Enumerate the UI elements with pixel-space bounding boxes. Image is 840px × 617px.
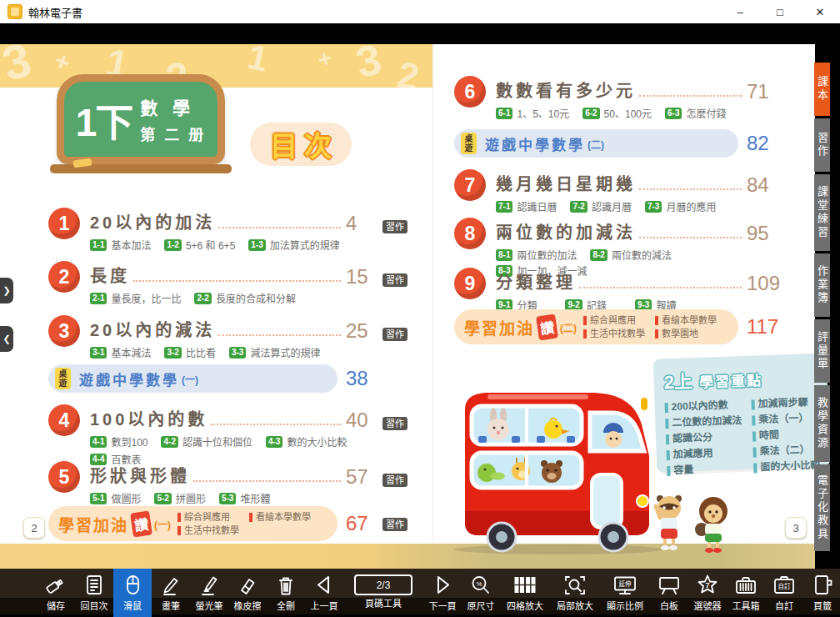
workbook-badge[interactable]: 習作 xyxy=(382,218,412,233)
toc-subentry[interactable]: 6-250、100元 xyxy=(582,106,652,120)
save-button[interactable]: 儲存 xyxy=(37,569,75,617)
toc-entry-chapter-2[interactable]: 2 長度 15 習作 2-1量長度，比一比 2-2長度的合成和分解 xyxy=(48,263,412,307)
original-size-button[interactable]: % 原尺寸 xyxy=(462,569,500,617)
chapter-page: 109 xyxy=(747,273,783,293)
toc-subentry[interactable]: 3-3減法算式的規律 xyxy=(229,345,320,359)
toc-subentry[interactable]: 4-3數的大小比較 xyxy=(266,434,347,449)
toc-entry-chapter-5[interactable]: 5 形狀與形體 57 習作 5-1做圖形 5-2拼圖形 5-3堆形體 xyxy=(48,463,412,507)
toc-subentry[interactable]: 5-3堆形體 xyxy=(219,491,270,505)
workbook-badge[interactable]: 習作 xyxy=(382,472,412,487)
game-banner-title: 遊戲中學數學 xyxy=(485,133,585,154)
chapter-number: 7 xyxy=(454,169,486,201)
delete-all-button[interactable]: 全刪 xyxy=(267,569,305,617)
minimize-button[interactable]: – xyxy=(720,0,760,23)
toc-subentry[interactable]: 7-3月曆的應用 xyxy=(645,199,716,213)
tab-class-practice[interactable]: 課堂練習 xyxy=(814,174,830,251)
highlight-item: 面的大小比較 xyxy=(753,458,821,476)
next-page-button[interactable]: 下一頁 xyxy=(423,569,462,617)
toc-subentry[interactable]: 3-2比比看 xyxy=(164,345,215,359)
close-button[interactable]: ✕ xyxy=(800,0,840,23)
toc-subentry[interactable]: 7-2認識月曆 xyxy=(570,199,631,213)
tab-digital-tools[interactable]: 電子化教具 xyxy=(814,464,830,551)
toc-subentry[interactable]: 5-1做圖形 xyxy=(90,491,141,505)
chapter-title[interactable]: 形狀與形體 xyxy=(90,463,190,487)
boost-page: 117 xyxy=(747,317,783,337)
display-scale-button[interactable]: 延伸 顯示比例 xyxy=(600,569,650,617)
game-banner-1[interactable]: 桌遊 遊戲中學數學 (一) 38 xyxy=(48,364,412,393)
sidebar-expand-arrow[interactable]: ❯ xyxy=(0,278,13,303)
boardgame-tag: 桌遊 xyxy=(55,368,71,389)
chapter-title[interactable]: 100以內的數 xyxy=(90,406,208,430)
cover-grade: 1下 xyxy=(76,92,132,147)
toc-title-text: 目次 xyxy=(263,124,338,164)
highlighter-tool-button[interactable]: 螢光筆 xyxy=(190,569,228,617)
cover-volume: 第 二 册 xyxy=(140,123,206,144)
resource-tabs: 課本 習作 課堂練習 作業簿 評量單 教學資源 電子化教具 xyxy=(814,63,840,554)
toc-subentry[interactable]: 7-1認識日曆 xyxy=(496,199,557,213)
chapter-title[interactable]: 20以內的加法 xyxy=(90,209,215,233)
page-indicator[interactable]: 2/3 xyxy=(354,574,412,595)
toc-subentry[interactable]: 2-2長度的合成和分解 xyxy=(194,291,295,305)
tab-teaching-resources[interactable]: 教學資源 xyxy=(814,385,830,462)
toc-subentry[interactable]: 8-2兩位數的減法 xyxy=(590,248,671,262)
workbook-badge[interactable]: 習作 xyxy=(382,516,412,531)
back-to-toc-button[interactable]: 回目次 xyxy=(75,569,113,617)
toc-subentry[interactable]: 1-3加法算式的規律 xyxy=(248,238,339,252)
workbook-badge[interactable]: 習作 xyxy=(382,326,412,341)
toc-subentry[interactable]: 1-1基本加法 xyxy=(90,238,151,252)
chapter-title[interactable]: 幾月幾日星期幾 xyxy=(496,171,636,195)
tab-workbook[interactable]: 習作 xyxy=(814,118,830,172)
workbook-badge[interactable]: 習作 xyxy=(382,272,412,287)
usb-save-icon xyxy=(43,572,68,598)
boost-title: 學習加油 xyxy=(464,316,534,339)
toc-entry-chapter-1[interactable]: 1 20以內的加法 4 習作 1-1基本加法 1-25+6 和 6+5 1-3加… xyxy=(48,209,412,253)
toc-entry-chapter-4[interactable]: 4 100以內的數 40 習作 4-1數到100 4-2認識十位和個位 4-3數… xyxy=(48,406,412,468)
boost-banner-1[interactable]: 學習加油 讚 (一) 綜合與應用 生活中找數學 看繪本學數學 67 習作 xyxy=(48,506,412,541)
four-grid-zoom-button[interactable]: 四格放大 xyxy=(500,569,550,617)
whiteboard-button[interactable]: 白板 xyxy=(650,569,688,617)
page-number-left: 2 xyxy=(23,517,45,539)
toolbox-button[interactable]: 工具箱 xyxy=(727,569,765,617)
toc-subentry[interactable]: 3-1基本減法 xyxy=(90,345,151,359)
page-number-tool[interactable]: 2/3 頁碼工具 xyxy=(343,569,423,617)
tab-textbook[interactable]: 課本 xyxy=(814,63,830,116)
toc-subentry[interactable]: 5-2拼圖形 xyxy=(154,491,205,505)
chapter-title[interactable]: 20以內的減法 xyxy=(90,317,215,341)
chapter-title[interactable]: 長度 xyxy=(90,263,130,287)
workbook-badge[interactable]: 習作 xyxy=(382,415,412,430)
toc-subentry[interactable]: 1-25+6 和 6+5 xyxy=(164,238,235,252)
custom-button[interactable]: 自訂 自訂 xyxy=(765,569,803,617)
toc-title: 目次 xyxy=(250,123,352,166)
toc-entry-chapter-7[interactable]: 7 幾月幾日星期幾 84 7-1認識日曆 7-2認識月曆 7-3月曆的應用 xyxy=(454,171,783,215)
custom-case-icon: 自訂 xyxy=(772,572,797,598)
boost-banner-2[interactable]: 學習加油 讚 (二) 綜合與應用 生活中找數學 看繪本學數學 數學園地 117 xyxy=(454,309,783,344)
mouse-tool-button[interactable]: 滑鼠 xyxy=(113,569,152,617)
chapter-title[interactable]: 分類整理 xyxy=(496,269,576,293)
sidebar-collapse-arrow[interactable]: ❮ xyxy=(0,326,13,352)
pen-tool-button[interactable]: 畫筆 xyxy=(152,569,190,617)
tab-homework-book[interactable]: 作業簿 xyxy=(814,253,830,317)
tab-assessment-sheet[interactable]: 評量單 xyxy=(814,319,830,383)
chapter-page: 84 xyxy=(747,175,783,195)
eraser-tool-button[interactable]: 橡皮擦 xyxy=(228,569,267,617)
chapter-title[interactable]: 數數看有多少元 xyxy=(496,78,636,102)
toc-subentry[interactable]: 4-2認識十位和個位 xyxy=(161,434,252,449)
game-banner-title: 遊戲中學數學 xyxy=(79,369,179,389)
toc-subentry[interactable]: 6-3怎麼付錢 xyxy=(665,106,726,120)
number-picker-button[interactable]: 7 選號器 xyxy=(688,569,727,617)
toc-entry-chapter-9[interactable]: 9 分類整理 109 9-1分類 9-2記錄 9-3報讀 xyxy=(454,269,783,314)
chapter-title[interactable]: 兩位數的加減法 xyxy=(496,219,636,243)
previous-page-button[interactable]: 上一頁 xyxy=(305,569,343,617)
page-tab-button[interactable]: 頁籤 xyxy=(803,569,840,617)
toc-subentry[interactable]: 6-11、5、10元 xyxy=(496,106,569,120)
toc-entry-chapter-6[interactable]: 6 數數看有多少元 71 6-11、5、10元 6-250、100元 6-3怎麼… xyxy=(454,78,783,122)
dotted-leader xyxy=(639,94,742,97)
toc-entry-chapter-3[interactable]: 3 20以內的減法 25 習作 3-1基本減法 3-2比比看 3-3減法算式的規… xyxy=(48,317,412,361)
toc-subentry[interactable]: 2-1量長度，比一比 xyxy=(90,291,181,305)
toc-subentry[interactable]: 8-1兩位數的加法 xyxy=(496,248,577,262)
maximize-button[interactable]: □ xyxy=(760,0,800,23)
game-banner-2[interactable]: 桌遊 遊戲中學數學 (二) 82 xyxy=(454,129,783,158)
area-zoom-button[interactable]: 局部放大 xyxy=(550,569,600,617)
chapter-page: 57 xyxy=(346,467,382,487)
toc-subentry[interactable]: 4-1數到100 xyxy=(90,434,148,449)
